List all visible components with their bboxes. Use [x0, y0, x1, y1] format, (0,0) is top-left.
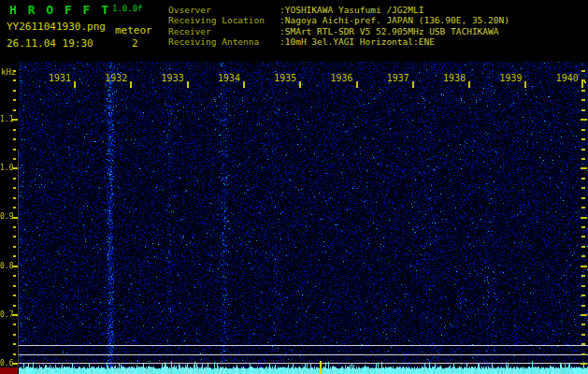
freq-tick-left [13, 295, 16, 296]
time-tick [468, 81, 470, 88]
freq-tick-right [581, 324, 585, 325]
freq-tick-left [12, 363, 18, 365]
freq-tick-left [12, 314, 18, 316]
freq-tick-right [581, 79, 585, 81]
freq-tick-right [581, 109, 585, 111]
freq-tick-left [13, 90, 16, 92]
freq-tick-right [581, 255, 585, 257]
freq-tick-right [581, 305, 585, 307]
freq-tick-left [13, 129, 16, 131]
freq-axis-label: 1.0 [0, 164, 13, 172]
freq-tick-left [13, 207, 16, 209]
freq-tick-left [13, 70, 16, 72]
time-tick [299, 81, 301, 88]
freq-tick-right [581, 334, 585, 336]
freq-tick-right [581, 363, 587, 365]
time-label: 1938 [443, 73, 466, 83]
freq-tick-right [581, 119, 587, 121]
time-tick [243, 81, 245, 88]
freq-tick-right [581, 217, 587, 219]
freq-tick-right [581, 353, 585, 355]
freq-tick-right [581, 70, 585, 72]
freq-tick-right [581, 343, 585, 345]
freq-tick-left [13, 285, 16, 287]
time-label: 1936 [331, 73, 353, 83]
freq-tick-right [581, 187, 585, 189]
time-label: 1931 [49, 73, 71, 83]
time-tick [74, 81, 76, 88]
event-marker-red-box [0, 367, 18, 374]
freq-tick-left [13, 138, 16, 140]
time-tick [412, 81, 414, 88]
freq-tick-left [13, 324, 16, 325]
time-label: 1933 [162, 73, 184, 83]
freq-tick-left [13, 149, 16, 151]
freq-tick-left [13, 305, 16, 307]
axis-overlay: 1931193219331934193519361937193819391940… [0, 0, 588, 374]
freq-tick-left [13, 236, 16, 237]
freq-tick-left [13, 99, 16, 101]
freq-tick-right [581, 207, 585, 209]
freq-tick-left [13, 255, 16, 257]
time-label: 1934 [218, 73, 240, 83]
freq-tick-right [581, 178, 585, 180]
freq-axis-label: 0.6 [0, 359, 13, 367]
time-label: 1935 [274, 73, 296, 83]
freq-axis-label: 1.1 [0, 115, 13, 123]
time-label: 1937 [387, 73, 409, 83]
time-tick [524, 81, 526, 88]
freq-tick-left [13, 187, 16, 189]
freq-tick-right [581, 266, 587, 267]
freq-tick-left [13, 197, 16, 199]
freq-tick-right [581, 149, 585, 151]
time-label: 1939 [499, 73, 522, 83]
freq-tick-right [581, 167, 587, 169]
hrofft-window: H R O F F T 1.0.0f YY2611041930.png mete… [0, 0, 588, 374]
freq-tick-left [13, 275, 16, 277]
freq-tick-right [581, 99, 585, 101]
time-tick [356, 81, 358, 88]
freq-tick-left [13, 334, 16, 336]
freq-tick-right [581, 246, 585, 248]
freq-tick-right [581, 158, 585, 160]
freq-tick-right [581, 285, 585, 287]
time-tick [581, 81, 583, 88]
freq-tick-right [581, 90, 585, 92]
freq-tick-right [581, 129, 585, 131]
freq-tick-left [13, 353, 16, 355]
freq-tick-right [581, 138, 585, 140]
freq-tick-left [13, 246, 16, 248]
time-label: 1940 [556, 73, 579, 83]
freq-tick-right [581, 197, 585, 199]
freq-axis-label: 0.7 [0, 310, 13, 319]
freq-axis-label: 0.9 [0, 212, 13, 221]
time-tick [187, 81, 189, 88]
freq-tick-left [12, 217, 18, 219]
freq-tick-left [12, 266, 18, 267]
freq-tick-right [581, 275, 585, 277]
freq-tick-left [13, 109, 16, 111]
freq-axis-label: 0.8 [0, 262, 13, 270]
time-label: 1932 [105, 73, 127, 83]
freq-tick-left [13, 79, 16, 81]
freq-tick-left [12, 119, 18, 121]
time-tick [130, 81, 132, 88]
freq-tick-left [13, 178, 16, 180]
freq-tick-left [13, 343, 16, 345]
freq-tick-right [581, 236, 585, 237]
freq-tick-left [12, 167, 18, 169]
freq-tick-right [581, 226, 585, 228]
freq-tick-left [13, 158, 16, 160]
freq-tick-right [581, 314, 587, 316]
freq-tick-right [581, 295, 585, 296]
freq-tick-left [13, 226, 16, 228]
